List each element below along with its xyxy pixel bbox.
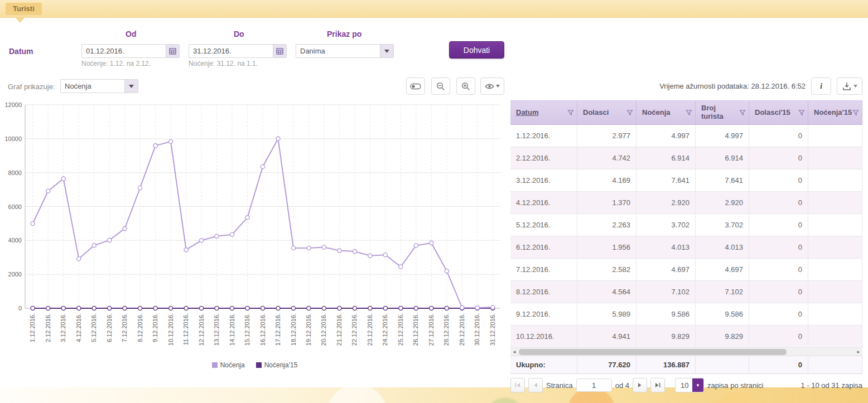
table-row[interactable]: 6.12.2016.1.9564.0134.0130 — [510, 236, 862, 259]
horizontal-scrollbar[interactable]: ◄ ► — [510, 348, 862, 356]
cell-value — [808, 169, 862, 191]
column-header-2[interactable]: Noćenja — [636, 101, 696, 124]
filter-icon[interactable] — [686, 109, 692, 116]
chevron-down-icon — [853, 85, 857, 88]
cell-value: 1.956 — [577, 236, 636, 258]
svg-text:22.12.2016.: 22.12.2016. — [351, 313, 358, 346]
last-page-icon — [655, 382, 660, 388]
cell-value: 9.586 — [696, 303, 749, 325]
column-header-label: Dolasci'15 — [755, 109, 790, 117]
scroll-right-arrow[interactable]: ► — [855, 348, 862, 356]
cell-date: 3.12.2016. — [510, 169, 577, 191]
chevron-down-icon[interactable]: ▼ — [692, 378, 703, 392]
page-number-input[interactable] — [576, 378, 612, 392]
cell-value: 0 — [749, 326, 808, 347]
export-button[interactable] — [837, 77, 862, 95]
line-chart[interactable]: 0200040006000800010000120001.12.2016.2.1… — [4, 101, 505, 359]
prikaz-po-select[interactable]: Danima — [296, 44, 394, 58]
table-row[interactable]: 10.12.2016.4.9419.8299.8290 — [510, 326, 862, 348]
filter-icon[interactable] — [626, 109, 633, 116]
scroll-left-arrow[interactable]: ◄ — [510, 348, 518, 356]
cell-date: 8.12.2016. — [510, 281, 577, 303]
per-page-label: zapisa po stranici — [707, 381, 763, 390]
svg-text:14.12.2016.: 14.12.2016. — [229, 313, 235, 346]
scrollbar-thumb[interactable] — [519, 349, 787, 355]
column-header-0[interactable]: Datum — [510, 101, 577, 124]
filter-icon[interactable] — [798, 109, 805, 116]
svg-text:12000: 12000 — [4, 101, 22, 108]
svg-text:16.12.2016.: 16.12.2016. — [259, 313, 266, 346]
total-value — [696, 356, 749, 373]
cell-value: 5.989 — [577, 303, 636, 325]
chart-toggle-button[interactable] — [406, 77, 425, 95]
date-to-field[interactable] — [189, 44, 287, 58]
total-value: 77.620 — [577, 356, 636, 373]
page-count-label: od 4 — [615, 381, 629, 390]
calendar-icon[interactable] — [166, 45, 179, 57]
tab-turisti[interactable]: Turisti — [6, 3, 42, 15]
filter-icon[interactable] — [739, 109, 746, 116]
cell-value: 4.941 — [577, 326, 636, 347]
column-header-3[interactable]: Broj turista — [696, 101, 749, 124]
info-button[interactable]: i — [811, 77, 831, 95]
svg-text:17.12.2016.: 17.12.2016. — [274, 313, 281, 346]
page-size-select[interactable]: 10 ▼ — [675, 378, 704, 392]
table-row[interactable]: 3.12.2016.4.1697.6417.6410 — [510, 169, 862, 192]
data-table: DatumDolasciNoćenjaBroj turistaDolasci'1… — [510, 100, 862, 374]
svg-text:26.12.2016.: 26.12.2016. — [412, 313, 419, 346]
cell-value: 0 — [749, 236, 808, 258]
table-body: 1.12.2016.2.9774.9974.99702.12.2016.4.74… — [510, 125, 862, 348]
date-to-input[interactable] — [189, 45, 273, 57]
chevron-down-icon[interactable] — [124, 80, 138, 93]
cell-value: 2.977 — [577, 125, 636, 147]
legend-label: Noćenja — [220, 361, 245, 369]
table-row[interactable]: 9.12.2016.5.9899.5869.5860 — [510, 303, 862, 326]
date-from-input[interactable] — [82, 45, 166, 57]
filter-icon[interactable] — [852, 109, 859, 116]
zoom-in-icon — [461, 82, 470, 91]
table-row[interactable]: 4.12.2016.1.3702.9202.9200 — [510, 192, 862, 214]
table-row[interactable]: 7.12.2016.2.5824.6974.6970 — [510, 259, 862, 281]
series-visibility-button[interactable] — [480, 77, 504, 95]
legend-item[interactable]: Noćenja — [212, 361, 245, 369]
column-header-5[interactable]: Noćenja'15 — [808, 101, 862, 124]
record-range-label: 1 - 10 od 31 zapisa — [801, 381, 862, 390]
svg-text:20.12.2016.: 20.12.2016. — [320, 313, 327, 346]
svg-text:21.12.2016.: 21.12.2016. — [336, 313, 343, 346]
cell-value: 0 — [749, 192, 808, 213]
legend-item[interactable]: Noćenja'15 — [256, 361, 298, 369]
filter-icon[interactable] — [567, 109, 574, 116]
cell-value: 3.702 — [636, 214, 696, 236]
prev-page-button[interactable] — [528, 378, 543, 392]
svg-text:0: 0 — [18, 305, 22, 312]
calendar-icon[interactable] — [273, 45, 286, 57]
page-size-value: 10 — [676, 381, 692, 390]
table-row[interactable]: 5.12.2016.2.2633.7023.7020 — [510, 214, 862, 236]
column-header-1[interactable]: Dolasci — [577, 101, 636, 124]
chevron-down-icon[interactable] — [380, 45, 393, 57]
table-row[interactable]: 2.12.2016.4.7426.9146.9140 — [510, 147, 862, 169]
svg-text:6.12.2016.: 6.12.2016. — [106, 313, 113, 342]
zoom-out-button[interactable] — [431, 77, 450, 95]
cell-value — [808, 259, 862, 280]
column-header-4[interactable]: Dolasci'15 — [749, 101, 808, 124]
zoom-in-button[interactable] — [456, 77, 475, 95]
svg-text:9.12.2016.: 9.12.2016. — [152, 313, 158, 342]
column-header-label: Noćenja'15 — [814, 109, 852, 117]
last-page-button[interactable] — [650, 378, 665, 392]
cell-date: 6.12.2016. — [510, 236, 577, 258]
table-row[interactable]: 8.12.2016.4.5647.1027.1020 — [510, 281, 862, 303]
cell-date: 4.12.2016. — [510, 192, 577, 213]
next-page-button[interactable] — [633, 378, 647, 392]
legend-label: Noćenja'15 — [264, 361, 298, 369]
dohvati-button[interactable]: Dohvati — [449, 41, 504, 59]
date-from-field[interactable] — [81, 44, 180, 58]
cell-value: 0 — [749, 214, 808, 236]
cell-value: 4.013 — [636, 236, 696, 258]
first-page-button[interactable] — [510, 378, 525, 392]
date-to-hint: Noćenje: 31.12. na 1.1. — [189, 60, 258, 67]
cell-value: 0 — [749, 303, 808, 325]
table-row[interactable]: 1.12.2016.2.9774.9974.9970 — [510, 125, 862, 147]
date-from-hint: Noćenje: 1.12. na 2.12. — [81, 60, 151, 67]
graf-select[interactable]: Noćenja — [60, 79, 138, 93]
